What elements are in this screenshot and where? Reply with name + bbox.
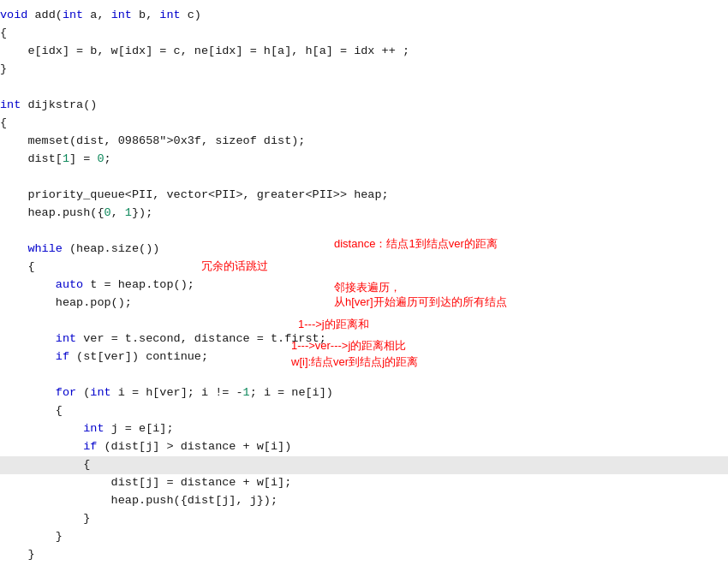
code-line-1: void add(int a, int b, int c) (0, 7, 728, 25)
code-line-15: { (0, 259, 728, 277)
code-line-7: { (0, 115, 728, 133)
code-line-22: for (int i = h[ver]; i != -1; i = ne[i]) (0, 384, 728, 402)
code-line-19: int ver = t.second, distance = t.first; (0, 330, 728, 348)
code-line-28: heap.push({dist[j], j}); (0, 492, 728, 510)
code-line-17: heap.pop(); (0, 294, 728, 312)
code-line-10 (0, 169, 728, 187)
code-line-23: { (0, 402, 728, 420)
code-line-26: { (0, 456, 728, 474)
code-line-3: e[idx] = b, w[idx] = c, ne[idx] = h[a], … (0, 43, 728, 61)
code-line-4: } (0, 61, 728, 79)
code-line-30: } (0, 528, 728, 546)
code-line-25: if (dist[j] > distance + w[i]) (0, 438, 728, 456)
code-line-20: if (st[ver]) continue; (0, 348, 728, 366)
code-line-14: while (heap.size()) (0, 241, 728, 259)
code-editor: void add(int a, int b, int c){ e[idx] = … (0, 0, 728, 571)
code-line-12: heap.push({0, 1}); (0, 205, 728, 223)
code-line-8: memset(dist, 098658">0x3f, sizeof dist); (0, 133, 728, 151)
code-line-24: int j = e[i]; (0, 420, 728, 438)
code-line-2: { (0, 25, 728, 43)
code-line-16: auto t = heap.top(); (0, 277, 728, 294)
code-line-31: } (0, 546, 728, 564)
code-line-29: } (0, 510, 728, 528)
code-line-21 (0, 366, 728, 384)
code-line-32 (0, 564, 728, 571)
code-line-18 (0, 312, 728, 330)
code-line-11: priority_queue<PII, vector<PII>, greater… (0, 187, 728, 205)
code-line-13 (0, 223, 728, 241)
code-line-5 (0, 79, 728, 97)
code-line-6: int dijkstra() (0, 97, 728, 115)
code-line-9: dist[1] = 0; (0, 151, 728, 169)
code-line-27: dist[j] = distance + w[i]; (0, 474, 728, 492)
